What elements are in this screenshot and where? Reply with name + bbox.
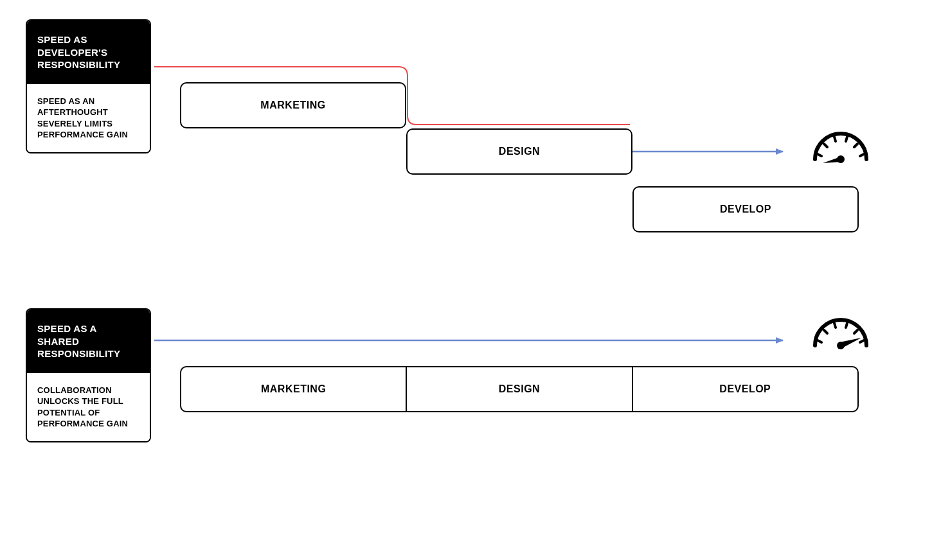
svg-point-7 <box>837 155 845 163</box>
bottom-card-body: COLLABORATION UNLOCKS THE FULL POTENTIAL… <box>27 373 150 441</box>
svg-line-13 <box>854 330 857 333</box>
svg-marker-8 <box>823 157 841 163</box>
svg-line-4 <box>846 137 847 141</box>
top-stage-design: DESIGN <box>406 128 632 175</box>
svg-line-5 <box>854 144 857 147</box>
top-stage-develop: DEVELOP <box>632 186 859 232</box>
gauge-high-icon <box>815 320 866 349</box>
svg-point-15 <box>837 342 845 349</box>
stage-label: DEVELOP <box>720 204 771 215</box>
svg-line-12 <box>846 323 847 328</box>
gauge-low-icon <box>815 134 866 163</box>
stage-label: MARKETING <box>261 383 326 395</box>
svg-line-11 <box>834 323 836 328</box>
stage-label: DEVELOP <box>719 383 771 395</box>
stage-label: MARKETING <box>260 100 325 111</box>
stage-label: DESIGN <box>499 383 540 395</box>
svg-line-3 <box>834 137 836 141</box>
svg-line-2 <box>824 144 827 147</box>
svg-line-10 <box>824 330 827 333</box>
top-card-title: SPEED AS DEVELOPER'S RESPONSIBILITY <box>27 21 150 84</box>
bottom-stage-design: DESIGN <box>407 367 632 411</box>
bottom-stage-row: MARKETING DESIGN DEVELOP <box>180 366 859 412</box>
top-card-body: SPEED AS AN AFTERTHOUGHT SEVERELY LIMITS… <box>27 84 150 152</box>
bottom-card-title: SPEED AS A SHARED RESPONSIBILITY <box>27 310 150 373</box>
stage-label: DESIGN <box>499 146 540 157</box>
svg-line-6 <box>860 154 864 156</box>
bottom-card: SPEED AS A SHARED RESPONSIBILITY COLLABO… <box>26 308 151 442</box>
svg-line-14 <box>860 340 864 342</box>
bottom-stage-marketing: MARKETING <box>181 367 407 411</box>
svg-line-1 <box>818 154 821 156</box>
top-card: SPEED AS DEVELOPER'S RESPONSIBILITY SPEE… <box>26 19 151 153</box>
svg-line-9 <box>818 340 821 342</box>
bottom-stage-develop: DEVELOP <box>633 367 857 411</box>
top-stage-marketing: MARKETING <box>180 82 406 128</box>
svg-marker-16 <box>839 338 861 348</box>
